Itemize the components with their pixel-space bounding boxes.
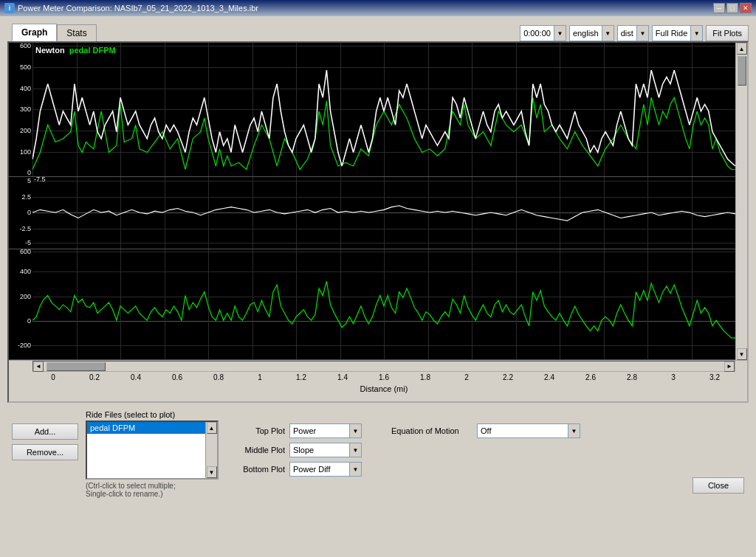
left-buttons: Add... Remove... xyxy=(12,410,78,498)
top-plot-arrow-icon[interactable]: ▼ xyxy=(349,424,361,437)
bot-plot-label: Bottom Plot xyxy=(233,465,285,474)
file-scroll-down[interactable]: ▼ xyxy=(207,466,217,478)
fit-plots-button[interactable]: Fit Plots xyxy=(706,25,749,41)
scroll-thumb-vertical[interactable] xyxy=(738,56,746,86)
mid-plot-combo[interactable]: Slope ▼ xyxy=(289,443,362,457)
vertical-scrollbar[interactable]: ▲ ▼ xyxy=(735,43,747,360)
content-area: 600 500 400 300 200 100 0 Power (W) xyxy=(3,41,753,502)
file-list-item[interactable]: pedal DFPM xyxy=(87,422,205,434)
close-button[interactable]: Close xyxy=(693,477,744,494)
range-value: Full Ride xyxy=(653,29,690,38)
file-list-hint: (Ctrl-click to select multiple;Single-cl… xyxy=(86,482,219,498)
file-list-area: Ride Files (select to plot) pedal DFPM ▲… xyxy=(86,410,219,498)
time-combo[interactable]: 0:00:00 ▼ xyxy=(520,25,566,41)
app-icon: i xyxy=(4,3,15,13)
bot-plot-value: Power Diff xyxy=(290,465,349,474)
mid-plot-row: Middle Plot Slope ▼ xyxy=(233,443,362,457)
eqm-section: Equation of Motion Off ▼ xyxy=(391,410,580,498)
eqm-label: Equation of Motion xyxy=(391,426,472,435)
main-window: Graph Stats 0:00:00 ▼ english ▼ dist ▼ F… xyxy=(0,16,756,505)
mid-plot-label: Middle Plot xyxy=(233,446,285,454)
mid-plot-arrow-icon[interactable]: ▼ xyxy=(349,443,361,457)
close-section: Close xyxy=(693,410,744,498)
add-button[interactable]: Add... xyxy=(12,423,78,440)
bot-plot-row: Bottom Plot Power Diff ▼ xyxy=(233,462,362,477)
window-title: Power Meter Comparison: NASIb7_05_21_202… xyxy=(18,4,258,13)
bot-plot-arrow-icon[interactable]: ▼ xyxy=(349,463,361,476)
file-list-label: Ride Files (select to plot) xyxy=(86,410,219,419)
file-list-scrollbar[interactable]: ▲ ▼ xyxy=(205,422,217,478)
eqm-row: Equation of Motion Off ▼ xyxy=(391,423,580,438)
x-axis: 0 0.2 0.4 0.6 0.8 1 1.2 1.4 1.6 1.8 2 2.… xyxy=(9,372,747,401)
unit-arrow-icon[interactable]: ▼ xyxy=(602,26,614,41)
bottom-panel: Add... Remove... Ride Files (select to p… xyxy=(7,406,749,502)
slope-chart-svg xyxy=(32,177,735,249)
scroll-thumb-horizontal[interactable] xyxy=(47,362,106,371)
top-plot-row: Top Plot Power ▼ xyxy=(233,423,362,438)
toolbar: 0:00:00 ▼ english ▼ dist ▼ Full Ride ▼ F… xyxy=(520,25,749,41)
scroll-down-button[interactable]: ▼ xyxy=(737,348,747,360)
eqm-value: Off xyxy=(478,426,568,435)
title-buttons: ─ □ ✕ xyxy=(713,3,752,13)
graph-panel[interactable]: 600 500 400 300 200 100 0 Power (W) xyxy=(7,41,749,403)
tab-bar: Graph Stats xyxy=(7,21,520,41)
unit-combo[interactable]: english ▼ xyxy=(569,25,614,41)
time-arrow-icon[interactable]: ▼ xyxy=(554,26,566,41)
mid-plot-value: Slope xyxy=(290,446,349,454)
file-list[interactable]: pedal DFPM xyxy=(87,422,205,478)
remove-button[interactable]: Remove... xyxy=(12,444,78,460)
top-plot-value: Power xyxy=(290,426,349,435)
dist-combo[interactable]: dist ▼ xyxy=(617,25,649,41)
top-plot-combo[interactable]: Power ▼ xyxy=(289,423,362,438)
range-combo[interactable]: Full Ride ▼ xyxy=(652,25,703,41)
x-axis-title: Distance (mi) xyxy=(32,384,735,393)
scroll-right-button[interactable]: ► xyxy=(724,361,735,372)
unit-value: english xyxy=(570,29,602,38)
tab-graph[interactable]: Graph xyxy=(12,24,57,41)
eqm-arrow-icon[interactable]: ▼ xyxy=(568,424,580,437)
time-value: 0:00:00 xyxy=(520,29,554,38)
horizontal-scrollbar[interactable]: ◄ ► xyxy=(9,360,747,372)
tab-stats[interactable]: Stats xyxy=(57,24,96,41)
power-chart-svg xyxy=(32,43,735,176)
dist-arrow-icon[interactable]: ▼ xyxy=(636,26,648,41)
range-arrow-icon[interactable]: ▼ xyxy=(690,26,702,41)
minimize-button[interactable]: ─ xyxy=(713,3,725,13)
bot-plot-combo[interactable]: Power Diff ▼ xyxy=(289,462,362,477)
plot-options: Top Plot Power ▼ Middle Plot Slope ▼ Bot… xyxy=(233,410,362,498)
maximize-button[interactable]: □ xyxy=(726,3,738,13)
title-bar-left: i Power Meter Comparison: NASIb7_05_21_2… xyxy=(4,3,258,13)
close-window-button[interactable]: ✕ xyxy=(740,3,752,13)
file-scroll-up[interactable]: ▲ xyxy=(207,422,217,434)
scroll-left-button[interactable]: ◄ xyxy=(33,361,44,372)
dist-value: dist xyxy=(618,29,636,38)
powerdiff-chart-svg xyxy=(32,249,735,359)
eqm-combo[interactable]: Off ▼ xyxy=(477,423,580,438)
top-plot-label: Top Plot xyxy=(233,426,285,435)
scroll-up-button[interactable]: ▲ xyxy=(737,43,747,55)
title-bar: i Power Meter Comparison: NASIb7_05_21_2… xyxy=(0,0,756,16)
